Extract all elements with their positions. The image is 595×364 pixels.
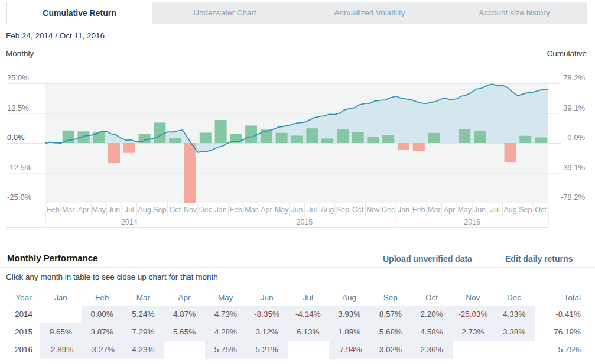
monthly-return-bar xyxy=(291,135,303,143)
right-axis-tick: 39.1% xyxy=(563,103,585,112)
monthly-return-bar xyxy=(154,122,165,143)
cell-2015-jan[interactable]: 9.65% xyxy=(40,323,82,341)
header-apr: Apr xyxy=(164,290,205,306)
cell-2014-jan xyxy=(40,306,82,323)
right-axis-tick: 0.0% xyxy=(567,133,585,142)
total-cell-2016: 5.75% xyxy=(535,341,582,359)
month-tick-label: Dec xyxy=(382,206,395,214)
monthly-performance-title: Monthly Performance xyxy=(7,253,97,263)
cell-2014-jun[interactable]: -8.35% xyxy=(246,306,288,323)
monthly-return-bar xyxy=(169,138,181,143)
cell-2016-feb[interactable]: -3.27% xyxy=(82,341,123,359)
monthly-return-bar xyxy=(352,132,364,144)
cell-2014-feb[interactable]: 0.00% xyxy=(82,306,123,323)
month-tick-label: Dec xyxy=(199,206,212,214)
left-axis-tick: 12.5% xyxy=(7,103,29,112)
year-cell-2016: 2016 xyxy=(7,341,40,359)
cell-2014-aug[interactable]: 3.93% xyxy=(329,306,370,323)
header-dec: Dec xyxy=(493,290,535,306)
cell-2014-sep[interactable]: 8.57% xyxy=(370,306,411,323)
cell-2016-jan[interactable]: -2.89% xyxy=(40,341,82,359)
cell-2015-apr[interactable]: 5.65% xyxy=(164,323,205,341)
month-tick-label: Oct xyxy=(352,206,364,214)
header-sep: Sep xyxy=(370,290,411,306)
cell-2016-dec xyxy=(493,341,535,359)
monthly-return-bar xyxy=(519,136,531,143)
cell-2014-dec[interactable]: 4.33% xyxy=(493,306,535,323)
year-label: 2014 xyxy=(121,218,138,226)
monthly-return-bar xyxy=(78,131,90,143)
cell-2015-feb[interactable]: 3.87% xyxy=(82,323,123,341)
year-label: 2015 xyxy=(296,218,313,226)
cell-2014-mar[interactable]: 5.24% xyxy=(123,306,164,323)
header-jul: Jul xyxy=(288,290,329,306)
cell-2015-jun[interactable]: 3.12% xyxy=(246,323,288,341)
header-nov: Nov xyxy=(453,290,494,306)
month-tick-label: Jun xyxy=(474,206,486,214)
monthly-return-bar xyxy=(321,138,333,143)
cell-2016-may[interactable]: 5.75% xyxy=(205,341,246,359)
monthly-return-bar xyxy=(215,120,227,143)
header-oct: Oct xyxy=(411,290,453,306)
header-jan: Jan xyxy=(40,290,82,306)
month-tick-label: Jul xyxy=(125,206,134,214)
monthly-return-bar xyxy=(505,143,516,162)
month-tick-label: Aug xyxy=(321,206,334,214)
month-tick-label: Sep xyxy=(153,206,166,214)
cell-2014-may[interactable]: 4.73% xyxy=(205,306,246,323)
header-mar: Mar xyxy=(123,290,164,306)
cell-2014-jul[interactable]: -4.14% xyxy=(288,306,329,323)
year-cell-2014: 2014 xyxy=(7,306,40,323)
cell-2015-dec[interactable]: 3.38% xyxy=(493,323,535,341)
cell-2015-may[interactable]: 4.28% xyxy=(205,323,246,341)
month-tick-label: Sep xyxy=(336,206,349,214)
header-jun: Jun xyxy=(246,290,288,306)
cell-2016-jun[interactable]: 5.21% xyxy=(246,341,288,359)
monthly-performance-table: YearJanFebMarAprMayJunJulAugSepOctNovDec… xyxy=(7,290,582,359)
cell-2015-mar[interactable]: 7.29% xyxy=(123,323,164,341)
monthly-return-bar xyxy=(474,131,486,143)
cell-2015-jul[interactable]: 6.13% xyxy=(288,323,329,341)
monthly-return-bar xyxy=(337,129,349,143)
cell-2015-nov[interactable]: 2.73% xyxy=(453,323,494,341)
monthly-return-bar xyxy=(428,133,440,143)
month-tick-label: Jun xyxy=(108,206,120,214)
tab-cumulative-return[interactable]: Cumulative Return xyxy=(6,2,152,24)
month-tick-label: Jan xyxy=(215,206,227,214)
left-axis-tick: -12.5% xyxy=(7,163,32,172)
edit-daily-returns-link[interactable]: Edit daily returns xyxy=(505,254,573,264)
monthly-return-bar xyxy=(459,129,470,143)
left-axis-tick: -25.0% xyxy=(7,193,32,202)
monthly-return-bar xyxy=(123,143,135,153)
table-hint-caption: Click any month in table to see close up… xyxy=(6,272,218,281)
monthly-return-bar xyxy=(367,136,379,143)
cell-2015-aug[interactable]: 1.89% xyxy=(329,323,370,341)
cell-2016-jul xyxy=(288,341,329,359)
tab-account-size-history[interactable]: Account size history xyxy=(442,2,587,24)
year-cell-2015: 2015 xyxy=(7,323,40,341)
cell-2016-sep[interactable]: 3.02% xyxy=(370,341,411,359)
header-total: Total xyxy=(535,290,582,306)
monthly-return-bar xyxy=(93,132,105,143)
tab-annualized-volatility[interactable]: Annualized Volatility xyxy=(297,2,442,24)
cell-2014-oct[interactable]: 2.20% xyxy=(411,306,453,323)
month-tick-label: Nov xyxy=(184,206,197,214)
month-tick-label: Apr xyxy=(261,206,272,214)
cell-2015-oct[interactable]: 4.58% xyxy=(411,323,453,341)
cell-2014-apr[interactable]: 4.87% xyxy=(164,306,205,323)
month-tick-label: Nov xyxy=(366,206,380,214)
monthly-return-bar xyxy=(382,135,394,143)
cell-2016-aug[interactable]: -7.94% xyxy=(329,341,370,359)
cumulative-return-chart: 25.0%78.2%12.5%39.1%0.0%0.0%-12.5%-39.1%… xyxy=(0,65,595,230)
header-may: May xyxy=(205,290,246,306)
header-feb: Feb xyxy=(82,290,123,306)
monthly-return-bar xyxy=(184,143,196,203)
cell-2016-mar[interactable]: 4.23% xyxy=(123,341,164,359)
cell-2015-sep[interactable]: 5.68% xyxy=(370,323,411,341)
right-axis-tick: -78.2% xyxy=(561,193,586,202)
cell-2014-nov[interactable]: -25.03% xyxy=(453,306,494,323)
cell-2016-oct[interactable]: 2.36% xyxy=(411,341,453,359)
tab-underwater-chart[interactable]: Underwater Chart xyxy=(152,2,297,24)
month-tick-label: Sep xyxy=(519,206,532,214)
upload-unverified-data-link[interactable]: Upload unverified data xyxy=(383,254,472,264)
